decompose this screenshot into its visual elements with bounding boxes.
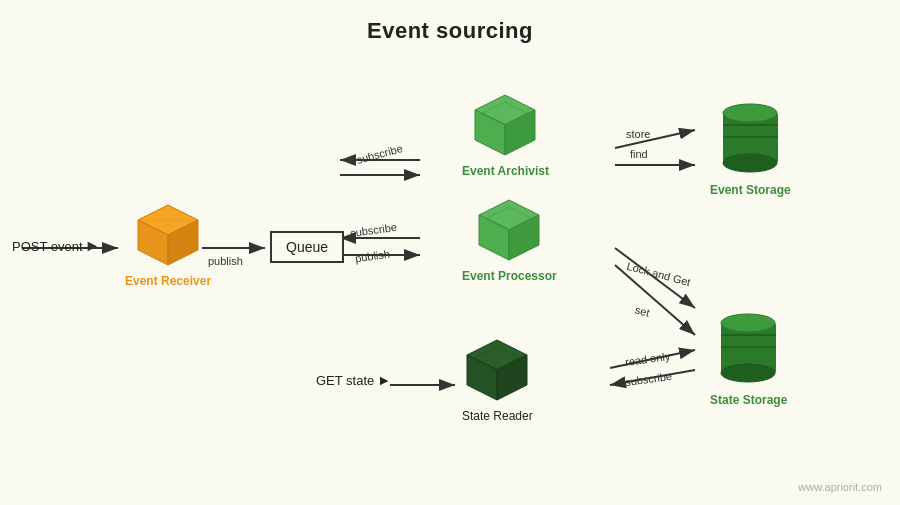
svg-point-39 — [723, 154, 777, 172]
event-archivist-label: Event Archivist — [462, 164, 549, 178]
event-receiver-container: Event Receiver — [125, 200, 211, 288]
find-label: find — [630, 148, 648, 160]
event-processor-cube — [474, 195, 544, 265]
svg-point-38 — [723, 104, 777, 122]
state-storage-label: State Storage — [710, 393, 787, 407]
publish-label: publish — [208, 255, 243, 267]
store-label: store — [626, 128, 650, 140]
state-reader-cube — [462, 335, 532, 405]
queue-label: Queue — [286, 239, 328, 255]
event-receiver-cube — [133, 200, 203, 270]
state-reader-label: State Reader — [462, 409, 533, 423]
set-label: set — [634, 303, 651, 318]
page-title: Event sourcing — [0, 0, 900, 44]
event-storage-db — [718, 95, 783, 179]
svg-point-44 — [721, 364, 775, 382]
lock-and-get-label: Lock and Get — [626, 260, 692, 289]
state-reader-container: State Reader — [462, 335, 533, 423]
svg-point-43 — [721, 314, 775, 332]
queue-box: Queue — [270, 231, 344, 263]
subscribe-bottom-label: subscribe — [624, 370, 672, 388]
subscribe-mid-label: subscribe — [349, 221, 397, 239]
event-processor-container: Event Processor — [462, 195, 557, 283]
get-state-label: GET state ► — [316, 372, 391, 388]
event-receiver-label: Event Receiver — [125, 274, 211, 288]
watermark: www.apriorit.com — [798, 481, 882, 493]
post-event-label: POST event ► — [12, 237, 100, 255]
event-archivist-cube — [470, 90, 540, 160]
publish-mid-label: publish — [354, 248, 390, 265]
event-archivist-container: Event Archivist — [462, 90, 549, 178]
event-storage-container: Event Storage — [710, 95, 791, 197]
diagram: Event sourcing — [0, 0, 900, 505]
subscribe-top-label: subscribe — [355, 142, 404, 166]
state-storage-db — [716, 305, 781, 389]
event-processor-label: Event Processor — [462, 269, 557, 283]
event-storage-label: Event Storage — [710, 183, 791, 197]
read-only-label: read only — [624, 350, 670, 368]
state-storage-container: State Storage — [710, 305, 787, 407]
